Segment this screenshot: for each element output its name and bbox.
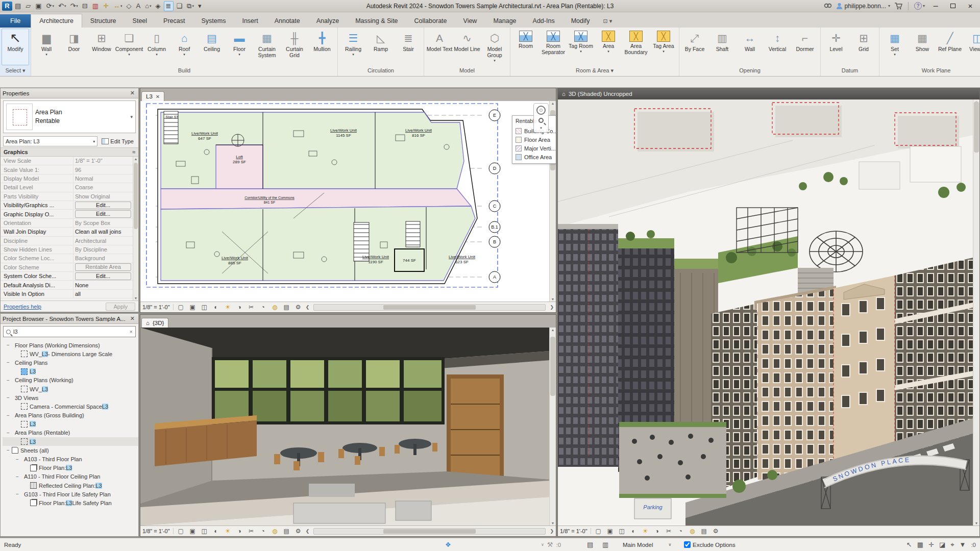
ribbon-button[interactable]: ▦Show [909, 29, 936, 65]
property-value[interactable]: By Discipline [73, 245, 133, 254]
properties-scrollbar[interactable]: ▲▼ [133, 157, 138, 300]
visual-style-icon[interactable]: ◐ [212, 304, 220, 311]
property-value[interactable]: all [73, 290, 133, 298]
exclude-options-toggle[interactable]: Exclude Options [684, 538, 736, 551]
property-row[interactable]: Scale Value 1: 96 [1, 165, 133, 174]
property-row[interactable]: Default Analysis Di... None [1, 281, 133, 289]
ribbon-button[interactable]: ▦Curtain System [253, 29, 281, 65]
tree-expander[interactable]: − [6, 360, 11, 365]
property-row[interactable]: Display Model Normal [1, 174, 133, 183]
worksharing-display-icon[interactable]: ▤ [282, 528, 291, 535]
crop-cut-icon[interactable]: ✂ [247, 304, 256, 311]
modify-button[interactable]: ↖ Modify [2, 29, 29, 65]
property-value[interactable]: Coarse [73, 183, 133, 191]
reveal-hidden-icon[interactable]: ◍ [688, 528, 697, 535]
ribbon-button[interactable]: ▤Ceiling [198, 29, 226, 65]
panel-label-build[interactable]: Build [31, 66, 337, 76]
select-underlay-icon[interactable]: ▦ [917, 541, 923, 548]
tree-expander[interactable]: − [6, 342, 11, 348]
scroll-right-icon[interactable]: ❯ [550, 529, 554, 534]
property-row[interactable]: Graphic Display O... Edit... [1, 210, 133, 218]
ribbon-button[interactable]: ◨Door [60, 29, 88, 65]
graphics-section-header[interactable]: Graphics≈ [1, 147, 138, 157]
ribbon-button[interactable]: ⬡Model Group▾ [481, 29, 508, 65]
property-value[interactable]: Normal [73, 174, 133, 183]
sun-path-icon[interactable]: ☀ [224, 528, 232, 535]
property-row[interactable]: Color Scheme Loc... Background [1, 254, 133, 263]
property-row[interactable]: Parts Visibility Show Original [1, 192, 133, 201]
browser-close-icon[interactable]: ✕ [129, 315, 136, 322]
property-value[interactable]: Clean all wall joins [73, 228, 133, 236]
property-row[interactable]: Color Scheme Rentable Area [1, 263, 133, 272]
select-by-face-icon[interactable]: ◪ [939, 541, 945, 548]
browser-tree-item[interactable]: Reflected Ceiling Plan: L3 [3, 481, 138, 490]
ribbon-button[interactable]: ◺Ramp [367, 29, 395, 65]
panel-label-model[interactable]: Model [424, 66, 510, 76]
panel-label-datum[interactable]: Datum [821, 66, 879, 76]
ribbon-tab[interactable]: Massing & Site [347, 14, 406, 28]
scroll-right-icon[interactable]: ❯ [550, 305, 554, 310]
view-properties-icon[interactable]: ⚙ [294, 304, 303, 311]
browser-tree-item[interactable]: − G103 - Third Floor Life Safety Plan [3, 490, 138, 498]
minimize-button[interactable]: ─ [929, 2, 942, 11]
ribbon-tab[interactable]: Analyze [308, 14, 347, 28]
crop-cut-icon[interactable]: ✂ [247, 528, 256, 535]
ribbon-tab[interactable]: Collaborate [406, 14, 455, 28]
view-properties-icon[interactable]: ⚙ [294, 528, 303, 535]
shadows-icon[interactable]: ◑ [235, 528, 244, 535]
ribbon-button[interactable]: ◫Viewer [964, 29, 980, 65]
ribbon-button[interactable]: AModel Text [426, 29, 453, 65]
undo-icon[interactable]: ↶▾ [57, 1, 67, 11]
thin-lines-icon[interactable]: ≣ [164, 1, 174, 11]
sync-icon[interactable]: ⟳▾ [45, 1, 56, 11]
show-crop-icon[interactable]: ▢ [594, 528, 603, 535]
collapse-arrow-icon[interactable]: ❮ [306, 529, 310, 534]
ribbon-button[interactable]: ⊞Window [88, 29, 115, 65]
help-menu[interactable]: ? ▾ [914, 2, 925, 10]
properties-close-icon[interactable]: ✕ [129, 90, 136, 96]
property-row[interactable]: Visibility/Graphics ... Edit... [1, 201, 133, 210]
worksharing-display-icon[interactable]: ▤ [700, 528, 708, 535]
browser-search-input[interactable]: l3 × [3, 326, 136, 337]
shadows-icon[interactable]: ◑ [653, 528, 662, 535]
ribbon-tab[interactable]: Add-Ins [525, 14, 563, 28]
tree-expander[interactable]: − [6, 395, 11, 400]
browser-tree-item[interactable]: L3 [3, 437, 138, 446]
ribbon-button[interactable]: ▬Floor▾ [226, 29, 253, 65]
browser-tree-item[interactable]: WV_L3 [3, 385, 138, 393]
property-row[interactable]: Show Hidden Lines By Discipline [1, 245, 133, 254]
crop-view-icon[interactable]: ▣ [188, 528, 197, 535]
property-value[interactable]: 96 [73, 165, 133, 173]
property-value[interactable]: Edit... [73, 201, 133, 209]
measure-icon[interactable]: ✛ [102, 1, 111, 11]
redo-icon[interactable]: ↷▾ [68, 1, 79, 11]
tree-expander[interactable]: − [6, 447, 11, 453]
panel-label-room-area[interactable]: Room & Area ▾ [510, 66, 679, 76]
ribbon-tab[interactable]: Annotate [266, 14, 308, 28]
sync-status-icon[interactable]: ❖ [445, 538, 451, 551]
visual-style-icon[interactable]: ◐ [629, 528, 638, 535]
property-row[interactable]: Orientation By Scope Box [1, 219, 133, 228]
ribbon-tab[interactable]: Insert [234, 14, 266, 28]
property-value[interactable]: 1/8" = 1'-0" [73, 157, 133, 165]
tree-expander[interactable]: − [6, 378, 11, 383]
visual-style-icon[interactable]: ◐ [212, 528, 220, 535]
scale-button[interactable]: 1/8" = 1'-0" [560, 528, 591, 534]
collapse-arrow-icon[interactable]: ❮ [306, 305, 310, 310]
property-value[interactable]: Rentable Area [73, 263, 133, 271]
ribbon-button[interactable]: ≣Stair [395, 29, 422, 65]
default-3d-view-icon[interactable]: ⌂▾ [143, 1, 153, 11]
ribbon-button[interactable]: ↕Vertical [764, 29, 791, 65]
ribbon-button[interactable]: ∿Model Line [453, 29, 481, 65]
ribbon-button[interactable]: ⌂Roof▾ [170, 29, 198, 65]
detail-level-icon[interactable]: ◫ [200, 304, 209, 311]
crop-cut-icon[interactable]: ✂ [665, 528, 673, 535]
plan-canvas[interactable]: E D C B.1 B A Stair ST Live/Work Unit647… [140, 101, 556, 302]
crop-view-icon[interactable]: ▣ [188, 304, 197, 311]
property-row[interactable]: Wall Join Display Clean all wall joins [1, 228, 133, 236]
browser-tree-item[interactable]: − 3D Views [3, 393, 138, 402]
tab-close-icon[interactable]: ✕ [156, 94, 160, 99]
properties-help-link[interactable]: Properties help [4, 304, 41, 310]
section-icon[interactable]: ◈ [154, 1, 163, 11]
reveal-hidden-icon[interactable]: ◍ [271, 304, 279, 311]
